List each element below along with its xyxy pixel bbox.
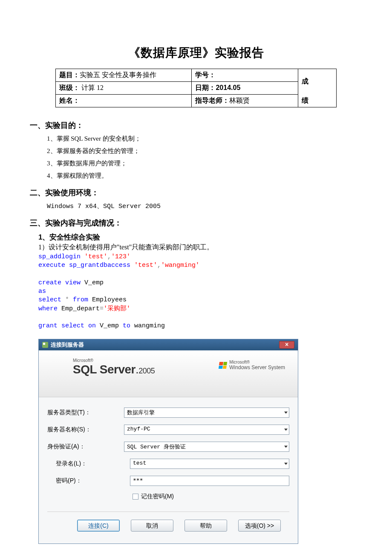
help-button[interactable]: 帮助 [184, 520, 227, 532]
server-name-combo[interactable]: zhyf-PC [124, 425, 289, 435]
form-area: 服务器类型(T)： 数据库引擎 服务器名称(S)： zhyf-PC 身份验证(A… [39, 397, 298, 543]
section2-head: 二、实验使用环境： [30, 188, 362, 198]
password-label: 密码(P)： [47, 477, 124, 485]
banner-sql-bold: SQL Server [73, 363, 135, 376]
server-name-label: 服务器名称(S)： [47, 426, 124, 434]
chevron-down-icon[interactable] [284, 463, 288, 465]
section1-head: 一、实验目的： [30, 120, 362, 130]
sec1-item-2: 2、掌握服务器的安全性的管理； [47, 147, 362, 155]
info-table: 题目：实验五 安全性及事务操作 学号： 成 班级： 计算 12 日期：2014.… [55, 69, 337, 107]
class-value: 计算 12 [81, 84, 104, 91]
dialog-banner: Microsoft® SQL Server.2005 Microsoft® Wi… [39, 350, 298, 397]
button-bar: 连接(C) 取消 帮助 选项(O) >> [47, 512, 289, 540]
chevron-down-icon[interactable] [284, 429, 288, 431]
login-combo[interactable]: test [130, 459, 289, 469]
connect-button[interactable]: 连接(C) [77, 520, 120, 532]
cancel-button[interactable]: 取消 [131, 520, 173, 532]
options-button[interactable]: 选项(O) >> [238, 520, 281, 532]
sec1-item-4: 4、掌握权限的管理。 [47, 172, 362, 180]
server-type-combo[interactable]: 数据库引擎 [124, 408, 289, 418]
app-icon [42, 342, 48, 348]
class-label: 班级： [59, 84, 80, 91]
chevron-down-icon[interactable] [284, 412, 288, 414]
section3-task: 1）设计安全机制使得用户"test"只能查询采购部门的职工。 [38, 243, 362, 252]
auth-combo[interactable]: SQL Server 身份验证 [124, 442, 289, 452]
banner-sql-year: 2005 [138, 367, 155, 375]
auth-label: 身份验证(A)： [47, 443, 124, 451]
section3-head: 三、实验内容与完成情况： [30, 218, 362, 228]
wss-ms: Microsoft® [229, 360, 285, 364]
wss-text: Windows Server System [229, 364, 285, 370]
document-title: 《数据库原理》实验报告 [30, 45, 362, 61]
sec1-item-3: 3、掌握数据库用户的管理； [47, 159, 362, 168]
env-text: Windows 7 x64、SQL Server 2005 [47, 202, 362, 210]
sec1-item-1: 1、掌握 SQL Server 的安全机制； [47, 135, 362, 143]
date-value: 2014.05 [216, 84, 240, 91]
windows-flag-icon [219, 362, 227, 369]
topic-label: 题目： [59, 71, 80, 78]
login-label: 登录名(L)： [47, 460, 124, 468]
dialog-title: 连接到服务器 [51, 341, 84, 349]
dialog-titlebar[interactable]: 连接到服务器 × [39, 339, 298, 350]
remember-label: 记住密码(M) [141, 493, 174, 500]
chevron-down-icon[interactable] [284, 446, 288, 448]
name-label: 姓名： [59, 97, 80, 104]
topic-value: 实验五 安全性及事务操作 [80, 71, 156, 78]
teacher-value: 林颖贤 [229, 97, 250, 104]
sql-code-block: sp_addlogin 'test','123' execute sp_gran… [38, 253, 362, 330]
close-button[interactable]: × [279, 341, 294, 349]
teacher-label: 指导老师： [195, 97, 229, 104]
server-type-label: 服务器类型(T)： [47, 409, 124, 416]
connect-dialog: 连接到服务器 × Microsoft® SQL Server.2005 Micr… [38, 339, 298, 544]
grade-bottom: 绩 [302, 97, 308, 104]
date-label: 日期： [195, 84, 216, 91]
grade-top: 成 [302, 78, 308, 85]
sid-label: 学号： [195, 71, 216, 78]
remember-checkbox[interactable] [133, 494, 138, 500]
password-input[interactable]: *** [130, 476, 289, 486]
section3-sub: 1、安全性综合实验 [38, 232, 362, 242]
